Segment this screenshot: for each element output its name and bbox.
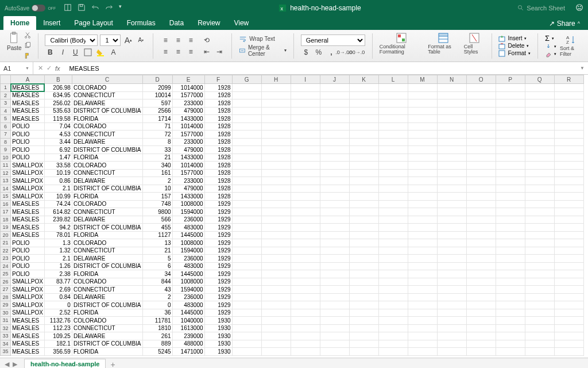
cell[interactable] bbox=[496, 332, 525, 340]
cell[interactable] bbox=[554, 332, 583, 340]
cell[interactable] bbox=[291, 262, 320, 270]
cell[interactable]: FLORIDA bbox=[72, 270, 142, 278]
cell[interactable] bbox=[408, 185, 437, 193]
cell[interactable] bbox=[496, 185, 525, 193]
cell[interactable]: 1810 bbox=[142, 324, 172, 332]
cell[interactable]: 9800 bbox=[142, 208, 172, 216]
autosum-icon[interactable]: Σ ▾ bbox=[545, 34, 556, 43]
delete-cells-button[interactable]: Delete▾ bbox=[498, 43, 531, 49]
cell[interactable]: 94.2 bbox=[44, 224, 72, 232]
cell[interactable] bbox=[408, 317, 437, 325]
cell[interactable] bbox=[554, 247, 583, 255]
cell[interactable] bbox=[525, 247, 554, 255]
cell[interactable] bbox=[554, 293, 583, 301]
col-header[interactable]: Q bbox=[525, 75, 554, 84]
cell[interactable] bbox=[378, 255, 408, 263]
cell[interactable]: CONNECTICUT bbox=[72, 247, 142, 255]
cell[interactable]: 11781 bbox=[142, 317, 172, 325]
cell[interactable]: 10.99 bbox=[44, 193, 72, 201]
cell[interactable] bbox=[437, 309, 466, 317]
cell[interactable]: 1928 bbox=[204, 185, 232, 193]
cell[interactable] bbox=[466, 115, 496, 123]
cell[interactable]: 1471000 bbox=[172, 348, 204, 356]
cell[interactable] bbox=[525, 162, 554, 170]
cell[interactable] bbox=[408, 99, 437, 108]
cell[interactable] bbox=[525, 348, 554, 356]
cell[interactable]: 844 bbox=[142, 278, 172, 286]
row-header[interactable]: 28 bbox=[1, 293, 11, 301]
cell[interactable] bbox=[261, 239, 291, 247]
cell[interactable] bbox=[437, 270, 466, 278]
cell[interactable] bbox=[437, 340, 466, 348]
cell[interactable] bbox=[554, 340, 583, 348]
col-header[interactable]: O bbox=[466, 75, 496, 84]
cell[interactable] bbox=[261, 177, 291, 185]
cell[interactable]: 483000 bbox=[172, 301, 204, 309]
cell[interactable]: POLIO bbox=[11, 146, 45, 154]
row-header[interactable]: 16 bbox=[1, 200, 11, 208]
cell[interactable] bbox=[408, 138, 437, 146]
row-header[interactable]: 31 bbox=[1, 317, 11, 325]
cell[interactable] bbox=[408, 169, 437, 177]
save-icon[interactable] bbox=[78, 3, 86, 13]
cell[interactable]: COLORADO bbox=[72, 200, 142, 208]
cell[interactable] bbox=[466, 122, 496, 131]
cell[interactable] bbox=[261, 262, 291, 270]
cell[interactable] bbox=[261, 154, 291, 162]
cell[interactable] bbox=[408, 131, 437, 139]
cell[interactable]: 1445000 bbox=[172, 231, 204, 239]
cell[interactable] bbox=[320, 193, 349, 201]
cell[interactable]: 239.82 bbox=[44, 216, 72, 224]
col-header[interactable]: H bbox=[261, 75, 291, 84]
cell[interactable]: MEASLES bbox=[11, 107, 45, 115]
cell[interactable] bbox=[261, 255, 291, 263]
cell[interactable] bbox=[466, 239, 496, 247]
cell[interactable] bbox=[349, 208, 378, 216]
cell[interactable] bbox=[349, 169, 378, 177]
orientation-icon[interactable]: ⟲ bbox=[202, 35, 212, 45]
search-sheet[interactable]: Search Sheet bbox=[517, 5, 565, 12]
row-header[interactable]: 20 bbox=[1, 231, 11, 239]
cell[interactable] bbox=[349, 301, 378, 309]
increase-font-icon[interactable]: A▴ bbox=[123, 35, 133, 45]
cell[interactable] bbox=[320, 169, 349, 177]
cell[interactable]: 33 bbox=[142, 146, 172, 154]
cell[interactable] bbox=[466, 99, 496, 108]
cell[interactable] bbox=[525, 138, 554, 146]
cell[interactable] bbox=[232, 185, 261, 193]
cell[interactable]: 1928 bbox=[204, 169, 232, 177]
share-button[interactable]: ↗Share^ bbox=[549, 20, 588, 30]
cell[interactable] bbox=[261, 324, 291, 332]
cell[interactable]: FLORIDA bbox=[72, 115, 142, 123]
cell[interactable] bbox=[378, 131, 408, 139]
cell[interactable] bbox=[232, 324, 261, 332]
cell[interactable]: FLORIDA bbox=[72, 193, 142, 201]
cell[interactable] bbox=[378, 270, 408, 278]
cell[interactable] bbox=[232, 239, 261, 247]
cell[interactable]: 5245 bbox=[142, 348, 172, 356]
cell[interactable] bbox=[349, 309, 378, 317]
enter-formula-icon[interactable]: ✓ bbox=[47, 64, 52, 72]
cell[interactable] bbox=[466, 216, 496, 224]
add-sheet-button[interactable]: + bbox=[110, 360, 115, 369]
col-header[interactable]: N bbox=[437, 75, 466, 84]
cell[interactable]: 1433000 bbox=[172, 154, 204, 162]
cell[interactable] bbox=[261, 340, 291, 348]
cell[interactable] bbox=[261, 91, 291, 99]
cell[interactable] bbox=[232, 317, 261, 325]
cell[interactable]: 455 bbox=[142, 224, 172, 232]
cell[interactable] bbox=[466, 224, 496, 232]
cell[interactable]: 5 bbox=[142, 255, 172, 263]
cell[interactable]: 483000 bbox=[172, 262, 204, 270]
cell[interactable]: MEASLES bbox=[11, 317, 45, 325]
cell[interactable] bbox=[554, 224, 583, 232]
col-header[interactable]: K bbox=[349, 75, 378, 84]
cell[interactable] bbox=[496, 262, 525, 270]
cell[interactable] bbox=[320, 185, 349, 193]
currency-icon[interactable]: $ bbox=[301, 47, 311, 57]
cell[interactable] bbox=[437, 224, 466, 232]
row-header[interactable]: 30 bbox=[1, 309, 11, 317]
number-format-select[interactable]: General bbox=[301, 34, 365, 46]
cell[interactable] bbox=[496, 115, 525, 123]
cell[interactable] bbox=[232, 231, 261, 239]
